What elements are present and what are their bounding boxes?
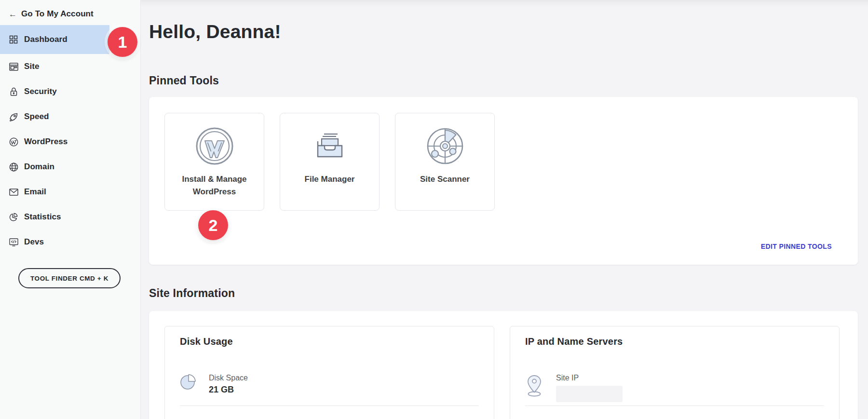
sidebar-item-email[interactable]: Email [0,179,140,204]
file-manager-icon [310,126,350,166]
sidebar-item-security[interactable]: Security [0,79,140,104]
disk-usage-title: Disk Usage [180,336,479,347]
sidebar-nav: Dashboard Site [0,25,140,255]
envelope-icon [9,187,18,197]
sidebar-item-label: Devs [24,237,44,247]
go-to-my-account-label: Go To My Account [21,9,94,19]
sidebar-item-wordpress[interactable]: WordPress [0,129,140,154]
pinned-tool-site-scanner[interactable]: Site Scanner [395,113,495,211]
wordpress-logo-icon [194,126,235,166]
grid-icon [9,35,18,44]
pinned-tool-label: Install & Manage WordPress [174,173,256,198]
sidebar-item-site[interactable]: Site [0,54,140,79]
sidebar-item-label: Email [24,187,46,197]
go-to-my-account-link[interactable]: ← Go To My Account [0,4,140,24]
sidebar-item-label: Statistics [24,212,61,222]
pinned-tool-label: File Manager [305,173,355,186]
sidebar-item-label: Security [24,87,57,96]
tool-finder-button[interactable]: TOOL FINDER CMD + K [18,268,121,288]
site-information-panel: Disk Usage Disk Space 21 GB [149,311,858,419]
lock-icon [9,87,18,96]
globe-icon [9,162,18,172]
disk-pie-icon [180,374,196,395]
app-root: ← Go To My Account Dashboard [0,0,868,419]
sidebar: ← Go To My Account Dashboard [0,0,141,419]
ip-name-servers-card: IP and Name Servers Site IP [510,326,840,419]
sidebar-item-label: WordPress [24,137,68,147]
location-pin-icon [525,374,543,402]
site-information-heading: Site Information [149,287,858,300]
site-information-cards: Disk Usage Disk Space 21 GB [164,326,842,419]
sidebar-item-dashboard[interactable]: Dashboard [0,25,109,54]
back-arrow-icon: ← [9,10,19,18]
disk-space-text: Disk Space 21 GB [209,374,248,395]
ip-name-servers-title: IP and Name Servers [525,336,824,347]
sidebar-item-label: Dashboard [24,35,68,44]
edit-pinned-tools-link[interactable]: EDIT PINNED TOOLS [761,243,832,250]
site-ip-label: Site IP [556,374,623,382]
pinned-tool-install-manage-wordpress[interactable]: Install & Manage WordPress [164,113,264,211]
site-ip-value-redacted [556,386,623,402]
browser-icon [9,62,18,71]
pinned-tool-file-manager[interactable]: File Manager [280,113,380,211]
sidebar-item-domain[interactable]: Domain [0,154,140,179]
sidebar-item-devs[interactable]: Devs [0,230,140,255]
sidebar-item-label: Site [24,62,40,71]
pinned-tools-panel: Install & Manage WordPress File Manager [149,97,858,265]
pinned-tools-list: Install & Manage WordPress File Manager [164,113,842,211]
main-content: Hello, Deanna! Pinned Tools Install & Ma… [141,0,868,419]
disk-space-row: Disk Space 21 GB [180,374,479,395]
sidebar-item-speed[interactable]: Speed [0,104,140,129]
pie-chart-icon [9,212,18,222]
disk-space-value: 21 GB [209,385,248,395]
pinned-tool-label: Site Scanner [420,173,470,186]
code-icon [9,237,18,247]
disk-space-label: Disk Space [209,374,248,382]
top-scroll-shadow [141,0,868,7]
sidebar-item-label: Speed [24,112,49,122]
rocket-icon [9,112,18,122]
sidebar-item-label: Domain [24,162,54,172]
card-divider [180,405,479,406]
disk-usage-card: Disk Usage Disk Space 21 GB [164,326,494,419]
site-ip-text: Site IP [556,374,623,402]
greeting-heading: Hello, Deanna! [149,21,858,42]
annotation-step-badge-2: 2 [198,210,228,240]
pinned-tools-heading: Pinned Tools [149,74,858,87]
card-divider [525,405,824,406]
site-scanner-icon [425,126,465,166]
sidebar-item-statistics[interactable]: Statistics [0,204,140,230]
wordpress-icon [9,137,18,147]
site-ip-row: Site IP [525,374,824,402]
annotation-step-badge-1: 1 [108,27,137,57]
